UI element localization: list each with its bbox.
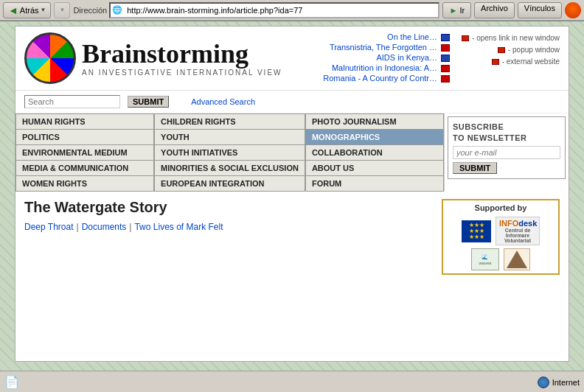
header-link-5[interactable]: Romania - A Country of Contr… (323, 74, 450, 83)
status-page-icon: 📄 (4, 375, 19, 389)
logo-circle-icon (24, 32, 76, 84)
csf-logo: 🌊waves (471, 248, 499, 270)
subscribe-area: SUBSCRIBETO NEWSLETTER SUBMIT (444, 113, 569, 192)
nav-politics[interactable]: POLITICS (15, 129, 154, 144)
nav-collaboration[interactable]: COLLABORATION (305, 144, 444, 160)
icon-legend: - opens link in new window - popup windo… (462, 32, 560, 84)
nav-col-3: PHOTO JOURNALISM MONOGRAPHICS COLLABORAT… (305, 113, 444, 192)
triangle-logo (504, 248, 530, 270)
back-button[interactable]: ◄ Atrás ▼ (3, 2, 51, 18)
url-icon: 🌐 (112, 5, 122, 15)
supported-box: Supported by ★★★★★★★★★ INFOdesk Centrul … (442, 199, 560, 275)
nav-about[interactable]: ABOUT US (305, 160, 444, 175)
eu-logo: ★★★★★★★★★ (462, 220, 491, 242)
search-bar: SUBMIT Advanced Search (15, 91, 569, 113)
search-input[interactable] (24, 95, 120, 108)
site-logo: Brainstorming AN INVESTIGATIVE INTERNATI… (24, 32, 282, 84)
nav-monographics[interactable]: MONOGRAPHICS (305, 129, 444, 144)
nav-forum[interactable]: FORUM (305, 175, 444, 192)
new-window-icon (462, 35, 469, 41)
advanced-search-link[interactable]: Advanced Search (191, 97, 255, 106)
nav-environmental[interactable]: ENVIRONMENTAL MEDIUM (15, 144, 154, 160)
nav-youth-initiatives[interactable]: YOUTH INITIATIVES (154, 144, 305, 160)
external-website-icon (492, 59, 499, 65)
subscribe-submit-button[interactable]: SUBMIT (453, 162, 497, 174)
header-link-1[interactable]: On the Line… (323, 32, 450, 41)
external-link-icon (441, 55, 450, 62)
separator-2: | (129, 222, 131, 232)
nav-youth[interactable]: YOUTH (154, 129, 305, 144)
header-link-2[interactable]: Transnistria, The Forgotten … (323, 43, 450, 52)
nav-women[interactable]: WOMEN RIGHTS (15, 175, 154, 192)
external-link-icon (441, 75, 450, 83)
go-button[interactable]: ► Ir (442, 2, 471, 18)
windows-logo (565, 2, 581, 18)
separator-1: | (77, 222, 79, 232)
back-chevron-icon: ▼ (41, 7, 46, 13)
nav-col-1: HUMAN RIGHTS POLITICS ENVIRONMENTAL MEDI… (15, 113, 154, 192)
address-bar: Dirección 🌐 (73, 2, 439, 18)
earth-icon (538, 377, 549, 388)
status-bar: 📄 Internet (0, 371, 584, 392)
nav-col-2: CHILDREN RIGHTS YOUTH YOUTH INITIATIVES … (154, 113, 305, 192)
header-nav-links: On the Line… Transnistria, The Forgotten… (323, 32, 450, 84)
nav-children[interactable]: CHILDREN RIGHTS (154, 113, 305, 129)
supported-area: Supported by ★★★★★★★★★ INFOdesk Centrul … (442, 199, 560, 362)
header-link-4[interactable]: Malnutrition in Indonesia: A… (323, 63, 450, 72)
site-subtitle: AN INVESTIGATIVE INTERNATIONAL VIEW (82, 69, 282, 77)
go-arrow-icon: ► (449, 6, 457, 15)
forward-button[interactable]: ▼ (54, 2, 70, 18)
nav-media[interactable]: MEDIA & COMMUNICATION (15, 160, 154, 175)
site-title: Brainstorming (82, 41, 282, 67)
archive-button[interactable]: Archivo (474, 2, 515, 18)
header-link-3[interactable]: AIDS in Kenya… (323, 53, 450, 62)
nav-european[interactable]: EUROPEAN INTEGRATION (154, 175, 305, 192)
infodesk-logo: INFOdesk Centrul de Informare Voluntaria… (496, 217, 540, 245)
search-submit-button[interactable]: SUBMIT (128, 96, 169, 108)
url-input[interactable] (124, 4, 437, 17)
go-label: Ir (459, 6, 465, 15)
story-link-deep-throat[interactable]: Deep Throat (24, 222, 74, 232)
address-label: Dirección (73, 6, 107, 15)
subscribe-title: SUBSCRIBETO NEWSLETTER (453, 122, 560, 143)
nav-human-rights[interactable]: HUMAN RIGHTS (15, 113, 154, 129)
story-title: The Watergate Story (24, 199, 434, 216)
links-button[interactable]: Vínculos (518, 2, 562, 18)
forward-chevron-icon: ▼ (59, 7, 65, 13)
nav-minorities[interactable]: MINORITIES & SOCIAL EXCLUSION (154, 160, 305, 175)
internet-status: Internet (538, 377, 580, 388)
story-links: Deep Throat | Documents | Two Lives of M… (24, 222, 434, 232)
content-area: The Watergate Story Deep Throat | Docume… (24, 199, 434, 362)
external-link-icon (441, 34, 450, 41)
internet-label: Internet (552, 378, 580, 387)
back-label: Atrás (20, 6, 39, 15)
popup-icon (498, 47, 505, 53)
story-link-two-lives[interactable]: Two Lives of Mark Felt (134, 222, 223, 232)
story-link-documents[interactable]: Documents (82, 222, 127, 232)
nav-photo[interactable]: PHOTO JOURNALISM (305, 113, 444, 129)
subscribe-email-input[interactable] (453, 146, 560, 159)
back-arrow-icon: ◄ (8, 4, 18, 16)
external-link-icon (441, 44, 450, 52)
triangle-shape-icon (507, 251, 527, 268)
external-link-icon (441, 65, 450, 72)
supported-title: Supported by (449, 203, 552, 212)
